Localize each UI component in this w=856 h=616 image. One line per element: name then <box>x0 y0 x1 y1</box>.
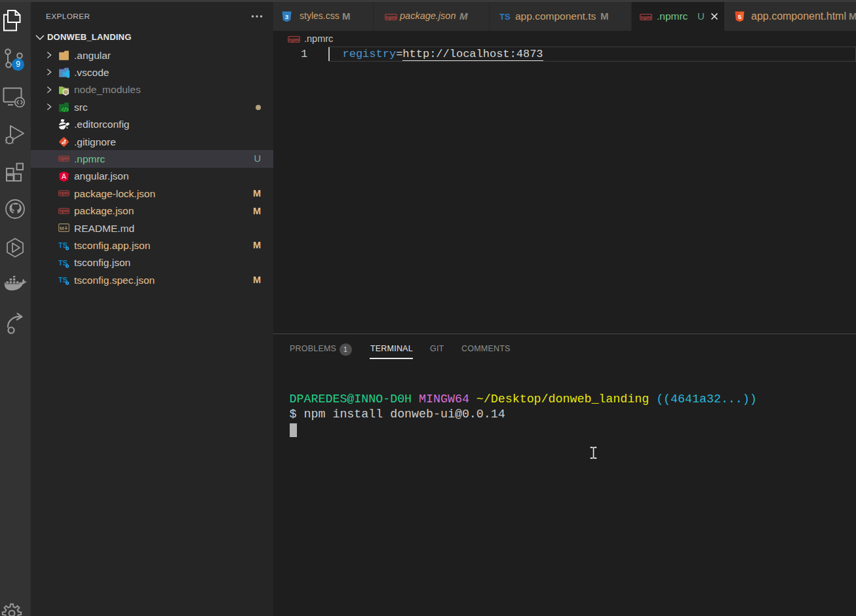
svg-text:s: s <box>65 89 68 94</box>
svg-text:M: M <box>60 225 64 231</box>
svg-text:5: 5 <box>738 13 742 20</box>
svg-text:npm: npm <box>289 37 300 43</box>
svg-text:npm: npm <box>59 208 68 214</box>
svg-text:npm: npm <box>386 14 397 20</box>
svg-text:A: A <box>62 172 66 180</box>
svg-text:npm: npm <box>59 157 68 162</box>
svg-text:TS: TS <box>499 12 511 21</box>
svg-text:npm: npm <box>641 14 652 20</box>
svg-text:3: 3 <box>285 13 288 20</box>
svg-text:npm: npm <box>59 191 68 197</box>
